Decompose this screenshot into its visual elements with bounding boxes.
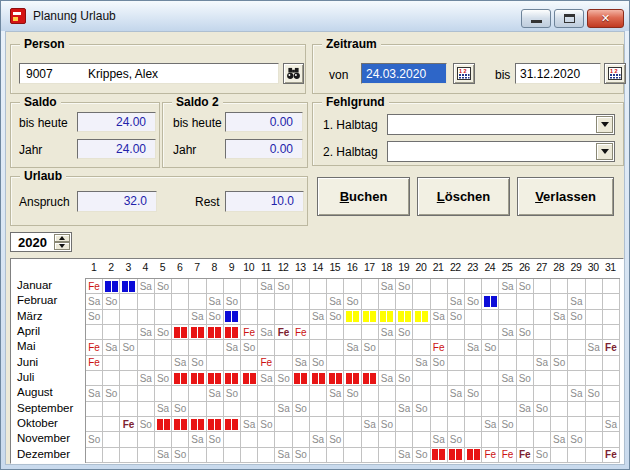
person-search-button[interactable] [283, 63, 304, 84]
calendar-cell-april-17[interactable] [362, 325, 379, 340]
calendar-cell-oktober-21[interactable] [431, 417, 448, 432]
calendar-cell-april-30[interactable] [586, 325, 603, 340]
calendar-cell-dezember-4[interactable] [138, 448, 155, 463]
calendar-cell-mai-25[interactable] [499, 340, 516, 355]
calendar-cell-dezember-2[interactable] [103, 448, 120, 463]
calendar-cell-mai-1[interactable]: Fe [86, 340, 103, 355]
calendar-cell-februar-8[interactable]: Sa [207, 294, 224, 309]
calendar-cell-august-29[interactable]: Sa [568, 386, 585, 401]
calendar-cell-september-25[interactable] [499, 402, 516, 417]
calendar-cell-november-31[interactable] [603, 432, 620, 447]
calendar-cell-mai-4[interactable] [138, 340, 155, 355]
calendar-cell-april-3[interactable] [120, 325, 137, 340]
calendar-cell-april-29[interactable] [568, 325, 585, 340]
calendar-cell-august-6[interactable] [172, 386, 189, 401]
minimize-button[interactable] [521, 9, 551, 28]
calendar-cell-januar-30[interactable] [586, 279, 603, 294]
calendar-cell-september-8[interactable] [207, 402, 224, 417]
calendar-cell-juni-17[interactable] [362, 356, 379, 371]
calendar-cell-januar-24[interactable] [482, 279, 499, 294]
calendar-cell-juni-27[interactable]: Sa [534, 356, 551, 371]
calendar-cell-oktober-1[interactable] [86, 417, 103, 432]
calendar-cell-november-29[interactable]: So [568, 432, 585, 447]
calendar-cell-november-26[interactable] [517, 432, 534, 447]
calendar-cell-juni-15[interactable] [327, 356, 344, 371]
calendar-cell-juli-31[interactable] [603, 371, 620, 386]
calendar-cell-märz-29[interactable]: So [568, 310, 585, 325]
calendar-cell-juni-1[interactable]: Fe [86, 356, 103, 371]
calendar-cell-november-9[interactable] [224, 432, 241, 447]
calendar-cell-juni-9[interactable] [224, 356, 241, 371]
calendar-cell-mai-16[interactable]: Sa [344, 340, 361, 355]
calendar-cell-april-13[interactable]: Fe [293, 325, 310, 340]
calendar-cell-märz-28[interactable]: Sa [551, 310, 568, 325]
calendar-cell-märz-24[interactable] [482, 310, 499, 325]
calendar-cell-mai-19[interactable] [396, 340, 413, 355]
calendar-cell-august-7[interactable] [189, 386, 206, 401]
calendar-cell-dezember-14[interactable] [310, 448, 327, 463]
calendar-cell-januar-17[interactable] [362, 279, 379, 294]
calendar-cell-märz-6[interactable] [172, 310, 189, 325]
calendar-cell-januar-29[interactable] [568, 279, 585, 294]
calendar-cell-august-11[interactable] [258, 386, 275, 401]
calendar-cell-september-29[interactable] [568, 402, 585, 417]
halbtag1-dropdown-button[interactable] [596, 116, 613, 133]
calendar-cell-juni-22[interactable] [448, 356, 465, 371]
calendar-cell-märz-31[interactable] [603, 310, 620, 325]
calendar-cell-september-24[interactable] [482, 402, 499, 417]
calendar-cell-november-17[interactable] [362, 432, 379, 447]
calendar-cell-januar-20[interactable] [413, 279, 430, 294]
calendar-cell-september-9[interactable] [224, 402, 241, 417]
calendar-cell-dezember-27[interactable]: So [534, 448, 551, 463]
calendar-cell-februar-24[interactable] [482, 294, 499, 309]
calendar-cell-oktober-5[interactable] [155, 417, 172, 432]
calendar-cell-april-27[interactable] [534, 325, 551, 340]
calendar-cell-august-27[interactable] [534, 386, 551, 401]
calendar-cell-november-27[interactable] [534, 432, 551, 447]
titlebar[interactable]: Planung Urlaub ✕ [1, 1, 629, 31]
calendar-cell-februar-12[interactable] [275, 294, 292, 309]
calendar-cell-april-28[interactable] [551, 325, 568, 340]
calendar-cell-dezember-19[interactable]: Sa [396, 448, 413, 463]
calendar-cell-februar-21[interactable] [431, 294, 448, 309]
calendar-cell-dezember-11[interactable] [258, 448, 275, 463]
calendar-cell-april-2[interactable] [103, 325, 120, 340]
calendar-cell-mai-26[interactable] [517, 340, 534, 355]
calendar-cell-februar-15[interactable]: Sa [327, 294, 344, 309]
calendar-cell-oktober-22[interactable] [448, 417, 465, 432]
calendar-cell-februar-13[interactable] [293, 294, 310, 309]
calendar-cell-mai-22[interactable] [448, 340, 465, 355]
calendar-cell-september-3[interactable] [120, 402, 137, 417]
calendar-cell-februar-22[interactable]: Sa [448, 294, 465, 309]
calendar-cell-august-31[interactable] [603, 386, 620, 401]
calendar-cell-november-13[interactable] [293, 432, 310, 447]
calendar-cell-august-2[interactable]: So [103, 386, 120, 401]
calendar-cell-november-23[interactable] [465, 432, 482, 447]
calendar-cell-august-5[interactable] [155, 386, 172, 401]
calendar-cell-april-7[interactable] [189, 325, 206, 340]
calendar-cell-mai-13[interactable] [293, 340, 310, 355]
calendar-cell-märz-4[interactable] [138, 310, 155, 325]
calendar-cell-januar-1[interactable]: Fe [86, 279, 103, 294]
calendar-cell-august-12[interactable] [275, 386, 292, 401]
calendar-cell-juni-10[interactable] [241, 356, 258, 371]
calendar-cell-juni-3[interactable] [120, 356, 137, 371]
calendar-cell-märz-18[interactable] [379, 310, 396, 325]
calendar-cell-mai-20[interactable] [413, 340, 430, 355]
calendar-cell-august-19[interactable] [396, 386, 413, 401]
calendar-cell-mai-11[interactable] [258, 340, 275, 355]
calendar-cell-märz-22[interactable]: So [448, 310, 465, 325]
calendar-cell-februar-16[interactable]: So [344, 294, 361, 309]
calendar-cell-februar-11[interactable] [258, 294, 275, 309]
calendar-cell-juli-11[interactable]: Sa [258, 371, 275, 386]
calendar-cell-oktober-18[interactable]: So [379, 417, 396, 432]
calendar-cell-november-15[interactable]: So [327, 432, 344, 447]
calendar-cell-dezember-24[interactable]: Fe [482, 448, 499, 463]
calendar-cell-juni-2[interactable] [103, 356, 120, 371]
calendar-cell-april-24[interactable] [482, 325, 499, 340]
calendar-cell-august-20[interactable] [413, 386, 430, 401]
calendar-cell-juni-26[interactable] [517, 356, 534, 371]
calendar-cell-november-14[interactable]: Sa [310, 432, 327, 447]
calendar-cell-januar-16[interactable] [344, 279, 361, 294]
calendar-cell-september-11[interactable] [258, 402, 275, 417]
